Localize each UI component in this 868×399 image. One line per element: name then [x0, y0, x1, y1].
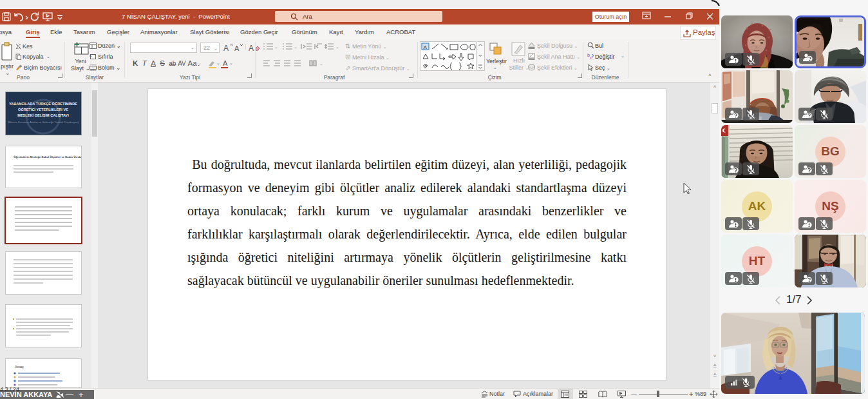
svg-text:MESLEKİ GELİŞİM ÇALIŞTAYI: MESLEKİ GELİŞİM ÇALIŞTAYI: [17, 113, 69, 117]
svg-text:A: A: [249, 44, 254, 53]
svg-text:Öğreticilerin Mesleğe Kabul Öl: Öğreticilerin Mesleğe Kabul Ölçütleri ve…: [14, 155, 81, 159]
svg-text:YABANCILARA TÜRKÇE ÖĞRETİMİNDE: YABANCILARA TÜRKÇE ÖĞRETİMİNDE: [9, 101, 77, 106]
svg-text:ÖĞRETİCİ YETERLİKLERİ VE: ÖĞRETİCİ YETERLİKLERİ VE: [18, 107, 68, 112]
svg-text:A: A: [234, 44, 240, 52]
svg-text:A: A: [424, 44, 428, 50]
svg-text:(Mevcut Durumun Analizi ve Gel: (Mevcut Durumun Analizi ve Geleceğe Yöne…: [8, 121, 79, 124]
svg-text:A: A: [223, 44, 229, 53]
svg-text:c: c: [590, 55, 592, 60]
svg-text:Amaç: Amaç: [15, 365, 24, 369]
svg-text:A: A: [223, 59, 228, 67]
